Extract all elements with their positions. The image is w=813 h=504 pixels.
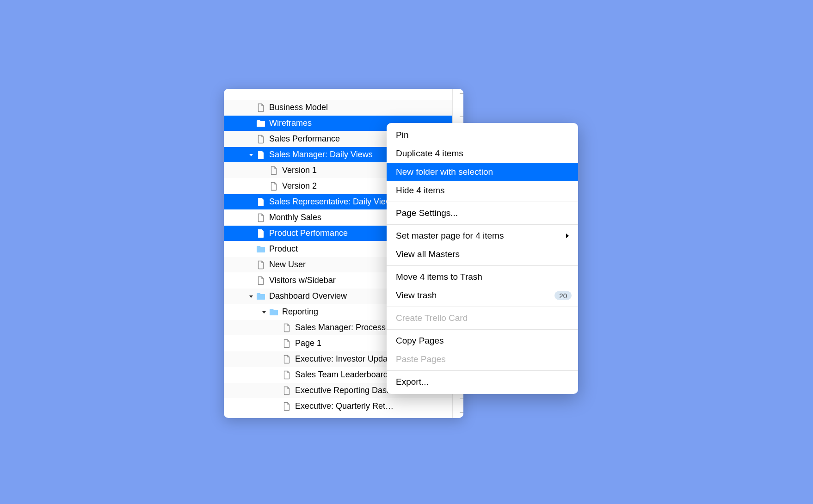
- page-icon: [256, 197, 265, 207]
- menu-separator: [387, 329, 578, 330]
- menu-separator: [387, 307, 578, 307]
- tree-row-label: Product Performance: [269, 228, 348, 238]
- tree-row-label: Version 1: [282, 166, 317, 175]
- menu-item-label: Move 4 items to Trash: [396, 272, 482, 282]
- tree-row-label: Sales Manager: Daily Views: [269, 150, 373, 160]
- menu-item[interactable]: Duplicate 4 items: [387, 144, 578, 163]
- menu-item[interactable]: View trash20: [387, 286, 578, 305]
- page-icon: [282, 370, 291, 380]
- menu-item-label: Page Settings...: [396, 208, 458, 218]
- page-icon: [282, 323, 291, 332]
- disclosure-triangle-icon: [274, 340, 280, 347]
- menu-item-label: Hide 4 items: [396, 185, 445, 196]
- menu-separator: [387, 370, 578, 371]
- menu-separator: [387, 265, 578, 266]
- disclosure-triangle-icon: [248, 104, 254, 111]
- tree-row[interactable]: Business Model: [224, 100, 452, 116]
- disclosure-triangle-icon: [248, 199, 254, 205]
- disclosure-triangle-icon: [274, 325, 280, 331]
- tree-row-label: Sales Representative: Daily Views: [269, 197, 396, 207]
- menu-item: Paste Pages: [387, 350, 578, 369]
- disclosure-triangle-icon: [274, 387, 280, 394]
- menu-item[interactable]: Copy Pages: [387, 332, 578, 350]
- disclosure-triangle-icon: [248, 262, 254, 268]
- disclosure-triangle-icon: [274, 372, 280, 378]
- menu-item-label: New folder with selection: [396, 167, 493, 177]
- page-icon: [269, 182, 278, 191]
- menu-item[interactable]: Pin: [387, 126, 578, 144]
- menu-item-label: Copy Pages: [396, 336, 444, 346]
- folder-icon: [269, 307, 278, 317]
- page-icon: [282, 355, 291, 364]
- menu-item[interactable]: View all Masters: [387, 245, 578, 264]
- page-icon: [256, 135, 265, 144]
- tree-row-label: Sales Performance: [269, 134, 340, 144]
- tree-row-label: Product: [269, 244, 298, 254]
- tree-row-label: Version 2: [282, 181, 317, 191]
- tree-row-label: Business Model: [269, 103, 328, 112]
- folder-icon: [256, 292, 265, 301]
- tree-row-label: Executive: Quarterly Ret…: [295, 401, 394, 411]
- menu-item-label: Export...: [396, 377, 429, 387]
- page-icon: [282, 339, 291, 348]
- tree-row-label: Reporting: [282, 307, 318, 317]
- disclosure-triangle-icon[interactable]: [248, 152, 254, 158]
- tree-row-label: Dashboard Overview: [269, 291, 347, 301]
- menu-item[interactable]: Move 4 items to Trash: [387, 268, 578, 286]
- tree-row[interactable]: Executive: Quarterly Ret…: [224, 399, 452, 414]
- menu-item[interactable]: Set master page for 4 items: [387, 227, 578, 245]
- page-icon: [269, 166, 278, 175]
- menu-item-label: View all Masters: [396, 249, 460, 259]
- disclosure-triangle-icon: [261, 167, 267, 174]
- canvas: Business ModelWireframesSales Performanc…: [81, 51, 732, 453]
- page-icon: [282, 402, 291, 411]
- disclosure-triangle-icon: [248, 136, 254, 142]
- tree-row-label: New User: [269, 260, 306, 270]
- disclosure-triangle-icon: [248, 120, 254, 127]
- disclosure-triangle-icon: [248, 246, 254, 252]
- disclosure-triangle-icon: [261, 183, 267, 190]
- page-icon: [256, 213, 265, 222]
- menu-item-label: Duplicate 4 items: [396, 148, 463, 159]
- tree-row-label: Monthly Sales: [269, 213, 321, 222]
- menu-item-label: Pin: [396, 130, 408, 140]
- folder-icon: [256, 245, 265, 254]
- submenu-arrow-icon: [565, 231, 570, 241]
- page-icon: [256, 150, 265, 160]
- tree-row-label: Visitors w/Sidebar: [269, 276, 336, 285]
- tree-row-label: Executive: Investor Update: [295, 354, 394, 364]
- page-icon: [256, 103, 265, 112]
- menu-separator: [387, 202, 578, 202]
- disclosure-triangle-icon: [248, 215, 254, 221]
- page-icon: [256, 260, 265, 270]
- tree-row-label: Sales Manager: Process: [295, 323, 386, 332]
- menu-item-label: Set master page for 4 items: [396, 231, 504, 241]
- tree-row-label: Wireframes: [269, 118, 312, 128]
- menu-item-label: Paste Pages: [396, 354, 446, 364]
- disclosure-triangle-icon[interactable]: [261, 309, 267, 315]
- disclosure-triangle-icon: [248, 230, 254, 237]
- menu-item[interactable]: Export...: [387, 373, 578, 391]
- menu-item[interactable]: New folder with selection: [387, 163, 578, 181]
- disclosure-triangle-icon: [248, 277, 254, 284]
- menu-separator: [387, 224, 578, 225]
- disclosure-triangle-icon: [274, 403, 280, 410]
- menu-item[interactable]: Hide 4 items: [387, 181, 578, 200]
- tree-row-label: Page 1: [295, 338, 321, 348]
- disclosure-triangle-icon: [274, 356, 280, 363]
- page-icon: [256, 229, 265, 238]
- tree-row-label: Sales Team Leaderboard: [295, 370, 388, 380]
- menu-item-label: Create Trello Card: [396, 313, 468, 323]
- menu-badge: 20: [554, 291, 572, 300]
- menu-item-label: View trash: [396, 290, 437, 301]
- disclosure-triangle-icon[interactable]: [248, 293, 254, 300]
- menu-item[interactable]: Page Settings...: [387, 204, 578, 222]
- page-icon: [256, 276, 265, 285]
- page-icon: [282, 386, 291, 395]
- context-menu[interactable]: PinDuplicate 4 itemsNew folder with sele…: [387, 123, 578, 394]
- folder-icon: [256, 119, 265, 128]
- menu-item: Create Trello Card: [387, 309, 578, 327]
